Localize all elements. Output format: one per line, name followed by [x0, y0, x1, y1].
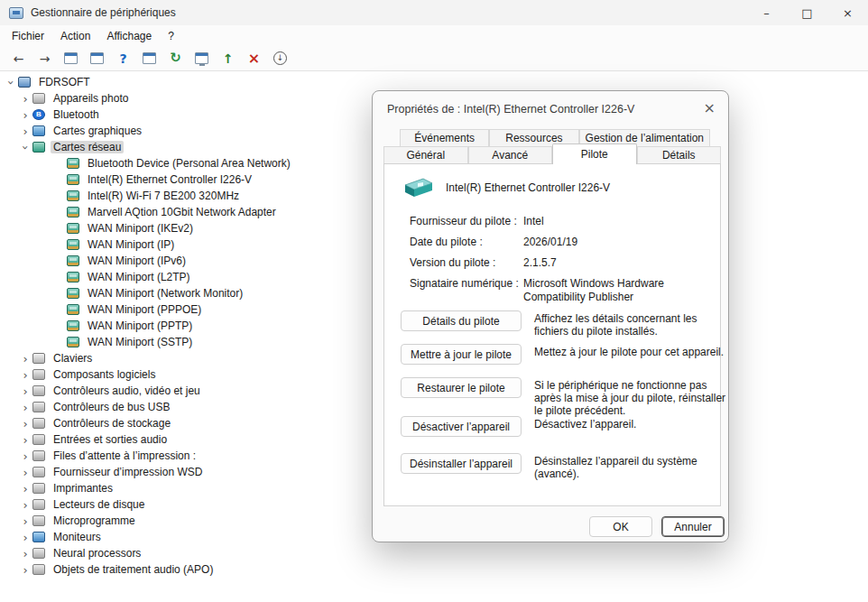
audio-icon [32, 385, 45, 396]
field-value: Intel [523, 215, 709, 228]
tab-d-tails[interactable]: Détails [637, 146, 722, 163]
minimize-button[interactable]: – [746, 0, 787, 25]
mettre-jour-le-pilote-button[interactable]: Mettre à jour le pilote [401, 344, 522, 365]
chevron-right-icon[interactable]: › [18, 532, 32, 543]
ok-button[interactable]: OK [589, 516, 652, 537]
network-adapter-icon [67, 320, 79, 331]
devices-view-button[interactable] [190, 48, 213, 69]
action-description: Désactivez l’appareil. [534, 416, 727, 431]
tree-item-label: WAN Miniport (SSTP) [85, 336, 195, 348]
chevron-right-icon[interactable]: › [18, 93, 32, 105]
properties-dialog: Propriétés de : Intel(R) Ethernet Contro… [372, 90, 729, 542]
driver-field-row: Date du pilote :2026/01/19 [410, 236, 713, 249]
chevron-right-icon[interactable]: › [18, 548, 32, 560]
tree-item-label: Contrôleurs audio, vidéo et jeu [51, 384, 203, 397]
chevron-right-icon[interactable]: › [18, 353, 32, 365]
tab-pilote[interactable]: Pilote [552, 144, 637, 164]
back-button[interactable]: ← [7, 48, 30, 69]
tree-item-label: Files d’attente à l’impression : [51, 449, 199, 462]
chevron-right-icon[interactable]: › [18, 564, 32, 576]
tree-item-label: Imprimantes [51, 482, 115, 495]
tree-item-objets-de-traitement-audio-apo[interactable]: ›Objets de traitement audio (APO) [0, 561, 868, 578]
tree-item-label: Entrées et sorties audio [51, 433, 170, 446]
maximize-button[interactable]: □ [787, 0, 827, 25]
d-sinstaller-l-appareil-button[interactable]: Désinstaller l’appareil [401, 453, 522, 474]
chevron-right-icon[interactable]: › [18, 483, 32, 495]
tab-g-n-ral[interactable]: Général [383, 146, 468, 163]
chevron-right-icon[interactable]: › [18, 418, 32, 430]
chevron-right-icon[interactable]: › [18, 499, 32, 511]
chevron-right-icon[interactable]: › [18, 402, 32, 413]
driver-action-row: Désactiver l’appareilDésactivez l’appare… [401, 416, 727, 437]
chevron-right-icon[interactable]: › [18, 450, 32, 462]
network-adapter-icon [67, 288, 79, 299]
tree-item-label: Claviers [51, 352, 95, 365]
tree-item-label: Bluetooth Device (Personal Area Network) [85, 157, 293, 170]
tree-item-fdrsoft[interactable]: ›FDRSOFT [0, 74, 868, 90]
audio-icon [32, 564, 45, 575]
chevron-right-icon[interactable]: › [18, 109, 32, 121]
tree-item-label: WAN Miniport (IP) [85, 238, 177, 251]
chevron-right-icon[interactable]: › [18, 434, 32, 446]
driver-field-row: Version du pilote :2.1.5.7 [410, 256, 713, 270]
uninstall-device-button[interactable]: × [243, 48, 265, 69]
menu-item-action[interactable]: Action [52, 27, 98, 45]
storage-icon [32, 418, 45, 429]
show-console-tree-button[interactable] [60, 48, 82, 69]
chevron-right-icon[interactable]: › [18, 125, 32, 137]
menu-item-fichier[interactable]: Fichier [4, 27, 52, 45]
field-label: Fournisseur du pilote : [410, 215, 523, 228]
tree-item-label: WAN Miniport (IPv6) [85, 255, 189, 267]
menu-item-help[interactable]: ? [160, 27, 182, 45]
tree-item-label: WAN Miniport (Network Monitor) [85, 287, 245, 300]
bluetooth-icon [32, 109, 45, 120]
field-value: Microsoft Windows Hardware Compatibility… [523, 277, 709, 304]
network-icon [32, 142, 45, 153]
tree-item-label: Cartes graphiques [51, 125, 144, 137]
menu-item-affichage[interactable]: Affichage [98, 27, 160, 45]
tree-item-neural-processors[interactable]: ›Neural processors [0, 545, 868, 561]
camera-icon [32, 93, 45, 104]
help-button[interactable]: ? [112, 48, 134, 69]
audio-io-icon [32, 434, 45, 445]
d-tails-du-pilote-button[interactable]: Détails du pilote [401, 310, 522, 331]
keyboard-icon [32, 353, 45, 364]
chevron-down-icon[interactable]: › [5, 75, 17, 89]
device-header: Intel(R) Ethernet Controller I226-V [402, 176, 610, 199]
window-controls: – □ × [746, 0, 868, 25]
tab-v-nements[interactable]: Événements [400, 129, 489, 146]
properties-button[interactable] [86, 48, 108, 69]
help-icon: ? [119, 52, 126, 65]
tree-item-label: FDRSOFT [36, 76, 93, 88]
disable-device-button[interactable]: ↓ [269, 48, 291, 69]
chevron-right-icon[interactable]: › [18, 369, 32, 381]
export-list-button[interactable] [138, 48, 161, 69]
tree-item-label: Neural processors [51, 547, 143, 560]
driver-action-row: Détails du piloteAffichez les détails co… [401, 310, 727, 338]
scan-hardware-changes-icon: ↻ [170, 51, 181, 65]
update-driver-button[interactable]: ↑ [217, 48, 239, 69]
back-icon: ← [14, 52, 24, 65]
field-value: 2.1.5.7 [523, 256, 709, 270]
cancel-button[interactable]: Annuler [661, 516, 725, 537]
chevron-down-icon[interactable]: › [20, 140, 32, 154]
dialog-close-icon[interactable]: × [704, 99, 716, 116]
d-sactiver-l-appareil-button[interactable]: Désactiver l’appareil [401, 416, 522, 437]
monitor-icon [32, 532, 45, 542]
tree-item-label: Bluetooth [51, 108, 102, 121]
printer-icon [32, 467, 45, 477]
chevron-right-icon[interactable]: › [18, 385, 32, 397]
close-button[interactable]: × [827, 0, 868, 25]
forward-icon: → [40, 52, 51, 65]
tree-item-label: Contrôleurs de stockage [51, 417, 173, 430]
tab-avanc[interactable]: Avancé [468, 146, 553, 163]
network-adapter-icon [67, 239, 79, 250]
tree-item-label: WAN Miniport (PPTP) [85, 320, 195, 332]
chevron-right-icon[interactable]: › [18, 515, 32, 527]
driver-tab-panel: Intel(R) Ethernet Controller I226-V Four… [383, 163, 721, 506]
scan-hardware-changes-button[interactable]: ↻ [164, 48, 187, 69]
chevron-right-icon[interactable]: › [18, 467, 32, 478]
forward-button[interactable]: → [33, 48, 56, 69]
field-label: Date du pilote : [410, 236, 523, 249]
restaurer-le-pilote-button[interactable]: Restaurer le pilote [401, 377, 522, 398]
